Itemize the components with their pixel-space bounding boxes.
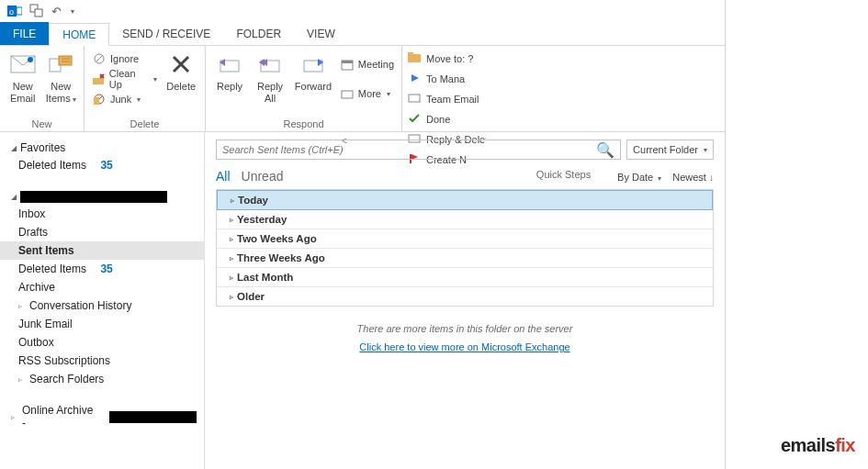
new-email-button[interactable]: New Email	[6, 50, 40, 105]
svg-rect-29	[409, 95, 420, 102]
svg-rect-26	[342, 91, 353, 98]
folder-archive[interactable]: Archive	[0, 278, 204, 296]
forward-small-icon	[408, 73, 421, 85]
view-more-link[interactable]: Click here to view more on Microsoft Exc…	[216, 341, 714, 352]
forward-button[interactable]: Forward	[292, 50, 334, 93]
group-label-respond: Respond	[206, 118, 401, 131]
folder-inbox[interactable]: Inbox	[0, 205, 204, 223]
new-items-button[interactable]: New Items▾	[44, 50, 79, 105]
svg-rect-13	[93, 78, 104, 84]
qat-dropdown-icon[interactable]: ▾	[71, 7, 74, 16]
ribbon: New Email New Items▾ New Ignore	[0, 46, 725, 132]
tab-home[interactable]: HOME	[49, 23, 109, 46]
tab-send-receive[interactable]: SEND / RECEIVE	[109, 22, 223, 45]
delete-button[interactable]: Delete	[163, 50, 199, 93]
chevron-right-icon: ▹	[230, 235, 233, 243]
chevron-right-icon: ▹	[230, 216, 233, 224]
outlook-icon: o	[7, 4, 22, 18]
watermark: emailsfix	[781, 435, 855, 456]
favorites-header[interactable]: ◢ Favorites	[0, 138, 204, 156]
cleanup-button[interactable]: Clean Up▾	[90, 70, 159, 88]
undo-icon[interactable]: ↶	[51, 5, 62, 18]
chevron-down-icon: ◢	[11, 193, 17, 201]
chevron-right-icon: ▹	[230, 274, 233, 282]
qs-move-to[interactable]: Move to: ?	[408, 50, 486, 68]
svg-rect-1	[17, 7, 22, 15]
group-label-delete: Delete	[85, 118, 205, 131]
date-group-yesterday[interactable]: ▹Yesterday	[217, 210, 713, 229]
sort-by-date[interactable]: By Date ▾	[617, 172, 661, 183]
reply-button[interactable]: Reply	[211, 50, 248, 93]
date-group-today[interactable]: ▹Today	[217, 190, 713, 210]
junk-button[interactable]: Junk▾	[90, 90, 159, 108]
qs-team-email[interactable]: Team Email	[408, 90, 486, 108]
svg-rect-18	[94, 97, 99, 105]
new-items-icon	[46, 50, 75, 79]
account-header[interactable]: ◢	[0, 187, 204, 205]
filter-all[interactable]: All	[216, 169, 231, 184]
delete-x-icon	[166, 50, 196, 79]
date-group-last-month[interactable]: ▹Last Month	[217, 268, 713, 287]
more-respond-button[interactable]: More▾	[338, 84, 396, 103]
tab-view[interactable]: VIEW	[294, 22, 348, 45]
svg-rect-25	[342, 61, 353, 63]
qs-to-manager[interactable]: To Mana	[408, 70, 486, 88]
tab-file[interactable]: FILE	[0, 22, 49, 45]
folder-search-folders[interactable]: ▹Search Folders	[0, 370, 204, 388]
svg-text:o: o	[9, 7, 14, 17]
redacted-archive-name	[109, 411, 197, 423]
search-box[interactable]: 🔍	[216, 140, 621, 160]
folder-rss[interactable]: RSS Subscriptions	[0, 352, 204, 370]
date-group-older[interactable]: ▹Older	[217, 287, 713, 306]
search-scope-dropdown[interactable]: Current Folder▾	[626, 140, 714, 160]
tab-folder[interactable]: FOLDER	[223, 22, 294, 45]
redacted-account	[20, 191, 167, 203]
filter-unread[interactable]: Unread	[242, 169, 284, 184]
ribbon-tabs: FILE HOME SEND / RECEIVE FOLDER VIEW	[0, 22, 725, 46]
chevron-right-icon: ▹	[11, 413, 15, 421]
folder-conversation-history[interactable]: ▹Conversation History	[0, 296, 204, 315]
chevron-right-icon: ▹	[18, 375, 22, 384]
svg-rect-27	[408, 54, 421, 62]
group-label-new: New	[0, 118, 84, 131]
date-group-three-weeks[interactable]: ▹Three Weeks Ago	[217, 249, 713, 268]
reply-all-button[interactable]: Reply All	[252, 50, 288, 105]
svg-point-6	[28, 57, 33, 62]
qs-done[interactable]: Done	[408, 110, 486, 128]
folder-outbox[interactable]: Outbox	[0, 333, 204, 352]
sort-newest[interactable]: Newest ↓	[672, 172, 714, 183]
sidebar: ◢ Favorites Deleted Items 35 ◢ Inbox Dra…	[0, 132, 205, 469]
folder-drafts[interactable]: Drafts	[0, 223, 204, 241]
ribbon-group-quicksteps: Move to: ? To Mana Team Email Done Reply…	[402, 46, 725, 131]
envelope-icon	[8, 50, 38, 79]
folder-junk[interactable]: Junk Email	[0, 315, 204, 333]
forward-icon	[299, 50, 328, 79]
content-pane: 🔍 Current Folder▾ All Unread By Date ▾ N…	[205, 132, 725, 469]
mail-small-icon	[408, 93, 421, 106]
search-input[interactable]	[222, 144, 596, 155]
date-group-two-weeks[interactable]: ▹Two Weeks Ago	[217, 229, 713, 249]
search-icon[interactable]: 🔍	[596, 141, 614, 159]
ignore-button[interactable]: Ignore	[90, 50, 159, 68]
ribbon-group-new: New Email New Items▾ New	[0, 46, 85, 131]
more-icon	[340, 86, 355, 101]
junk-icon	[92, 92, 107, 106]
folder-icon	[408, 52, 421, 65]
svg-rect-4	[35, 9, 42, 17]
window-icon[interactable]	[29, 4, 44, 18]
cleanup-icon	[92, 72, 106, 86]
fav-deleted-items[interactable]: Deleted Items 35	[0, 156, 204, 174]
svg-rect-28	[408, 52, 413, 55]
chevron-right-icon: ▹	[230, 293, 233, 301]
ribbon-group-delete: Ignore Clean Up▾ Junk▾ Delete	[85, 46, 206, 131]
title-bar: o ↶ ▾	[0, 0, 725, 22]
ribbon-group-respond: Reply Reply All Forward Meeting	[206, 46, 402, 131]
meeting-button[interactable]: Meeting	[338, 55, 396, 73]
folder-sent-items[interactable]: Sent Items	[0, 241, 204, 260]
chevron-down-icon: ◢	[11, 144, 17, 152]
online-archive[interactable]: ▹ Online Archive -	[0, 401, 204, 432]
folder-deleted-items[interactable]: Deleted Items 35	[0, 260, 204, 278]
reply-all-icon	[255, 50, 285, 79]
collapse-sidebar-icon[interactable]: <	[342, 136, 347, 146]
chevron-right-icon: ▹	[230, 254, 233, 262]
